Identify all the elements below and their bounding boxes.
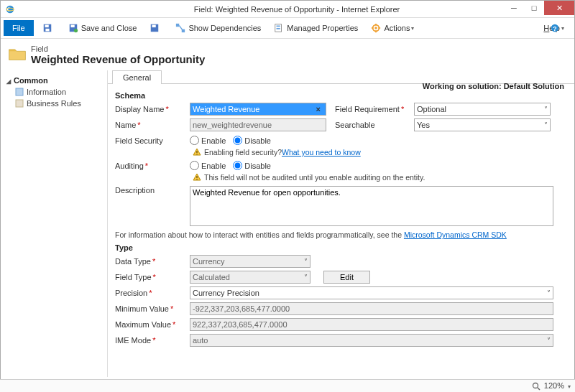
- svg-rect-15: [277, 28, 280, 29]
- svg-rect-28: [196, 176, 197, 178]
- searchable-label: Searchable: [335, 121, 414, 129]
- sdk-link[interactable]: Microsoft Dynamics CRM SDK: [404, 230, 507, 239]
- field-requirement-label: Field Requirement*: [335, 105, 414, 113]
- edit-button[interactable]: Edit: [323, 271, 370, 284]
- save-close-label: Save and Close: [81, 24, 137, 32]
- minimum-value-input: [190, 302, 553, 315]
- entity-type-label: Field: [31, 45, 205, 53]
- field-security-warning: Enabling field security? What you need t…: [193, 148, 567, 157]
- display-name-label: Display Name*: [115, 105, 190, 113]
- svg-rect-6: [70, 25, 74, 28]
- actions-label: Actions: [384, 24, 410, 32]
- show-dependencies-label: Show Dependencies: [188, 24, 261, 32]
- section-schema: Schema: [115, 91, 567, 100]
- svg-rect-24: [16, 88, 23, 95]
- svg-rect-14: [277, 26, 280, 27]
- svg-rect-10: [176, 24, 179, 27]
- file-menu[interactable]: File: [4, 20, 34, 36]
- managed-props-icon: [274, 23, 284, 33]
- svg-line-31: [538, 388, 540, 390]
- folder-icon: [8, 46, 27, 62]
- save-alt-icon: [150, 23, 160, 33]
- svg-rect-3: [45, 25, 48, 28]
- chevron-down-icon: ▾: [411, 25, 414, 32]
- save-close-icon: [68, 23, 78, 33]
- actions-menu[interactable]: Actions▾: [367, 20, 418, 36]
- zoom-icon: [532, 382, 540, 391]
- name-input: [190, 118, 326, 131]
- svg-rect-25: [16, 100, 23, 107]
- data-type-select: Currency: [190, 255, 310, 268]
- svg-rect-27: [196, 154, 197, 154]
- window-minimize-button[interactable]: ─: [504, 1, 524, 15]
- precision-label: Precision*: [115, 289, 190, 297]
- clear-input-icon[interactable]: ×: [316, 105, 321, 113]
- description-textarea[interactable]: [190, 186, 553, 226]
- field-security-label: Field Security: [115, 136, 190, 145]
- searchable-select[interactable]: Yes: [414, 118, 551, 131]
- sidebar-item-label: Business Rules: [27, 99, 81, 108]
- ie-icon: [5, 4, 15, 14]
- sidebar-item-information[interactable]: Information: [4, 86, 104, 98]
- zoom-control[interactable]: 120% ▾: [532, 381, 571, 391]
- sidebar: Common Information Business Rules: [1, 70, 107, 377]
- chevron-down-icon: ▾: [561, 25, 564, 32]
- save-alt-button[interactable]: [145, 20, 167, 36]
- save-icon: [42, 23, 52, 33]
- auditing-warning: This field will not be audited until you…: [193, 173, 567, 182]
- auditing-disable-radio[interactable]: Disable: [233, 161, 271, 170]
- window-title: Field: Weighted Revenue of Opportunity -…: [19, 5, 574, 14]
- svg-rect-26: [196, 151, 197, 153]
- field-type-label: Field Type*: [115, 273, 190, 281]
- data-type-label: Data Type*: [115, 257, 190, 266]
- precision-select[interactable]: Currency Precision: [190, 286, 553, 299]
- warning-icon: [193, 173, 201, 182]
- svg-text:?: ?: [553, 25, 556, 32]
- sidebar-section-common[interactable]: Common: [4, 75, 104, 86]
- content-pane: General Schema Display Name* × Field Req…: [107, 70, 574, 377]
- window-titlebar: Field: Weighted Revenue of Opportunity -…: [1, 1, 574, 18]
- show-dependencies-button[interactable]: Show Dependencies: [171, 20, 265, 36]
- svg-rect-29: [196, 179, 197, 179]
- ribbon-toolbar: File Save and Close Show Dependencies Ma…: [1, 18, 574, 39]
- maximum-value-label: Maximum Value*: [115, 320, 190, 329]
- page-title: Weighted Revenue of Opportunity: [31, 53, 205, 65]
- sidebar-item-business-rules[interactable]: Business Rules: [4, 98, 104, 109]
- name-label: Name*: [115, 121, 190, 129]
- section-type: Type: [115, 243, 567, 252]
- actions-icon: [371, 23, 381, 33]
- window-close-button[interactable]: ✕: [544, 1, 574, 15]
- svg-line-12: [180, 26, 183, 31]
- field-security-warning-link[interactable]: What you need to know: [282, 148, 361, 157]
- solution-context: Working on solution: Default Solution: [423, 82, 564, 90]
- ime-mode-select: auto: [190, 334, 553, 347]
- field-security-enable-radio[interactable]: Enable: [190, 136, 226, 145]
- page-header: Field Weighted Revenue of Opportunity Wo…: [1, 39, 574, 70]
- svg-rect-9: [152, 25, 156, 28]
- managed-properties-button[interactable]: Managed Properties: [270, 20, 362, 36]
- field-security-disable-radio[interactable]: Disable: [233, 136, 271, 145]
- help-icon: ?: [550, 23, 560, 33]
- field-requirement-select[interactable]: Optional: [414, 103, 551, 116]
- save-and-close-button[interactable]: Save and Close: [64, 20, 142, 36]
- maximum-value-input: [190, 318, 553, 331]
- display-name-input[interactable]: [190, 103, 326, 116]
- help-button[interactable]: ? Help▾: [539, 20, 569, 36]
- tab-general[interactable]: General: [112, 70, 162, 84]
- description-label: Description: [115, 186, 190, 195]
- dependencies-icon: [175, 23, 185, 33]
- sidebar-item-label: Information: [27, 88, 66, 96]
- field-type-select: Calculated: [190, 271, 310, 284]
- sdk-info-line: For information about how to interact wi…: [115, 230, 567, 239]
- ime-mode-label: IME Mode*: [115, 336, 190, 345]
- auditing-enable-radio[interactable]: Enable: [190, 161, 226, 170]
- window-maximize-button[interactable]: □: [524, 1, 544, 15]
- status-bar: 120% ▾: [0, 379, 575, 392]
- svg-point-7: [74, 29, 78, 32]
- warning-icon: [193, 148, 201, 157]
- save-button[interactable]: [38, 20, 60, 36]
- auditing-label: Auditing*: [115, 162, 190, 170]
- managed-props-label: Managed Properties: [287, 24, 358, 32]
- svg-point-30: [533, 383, 538, 388]
- svg-point-17: [375, 27, 378, 29]
